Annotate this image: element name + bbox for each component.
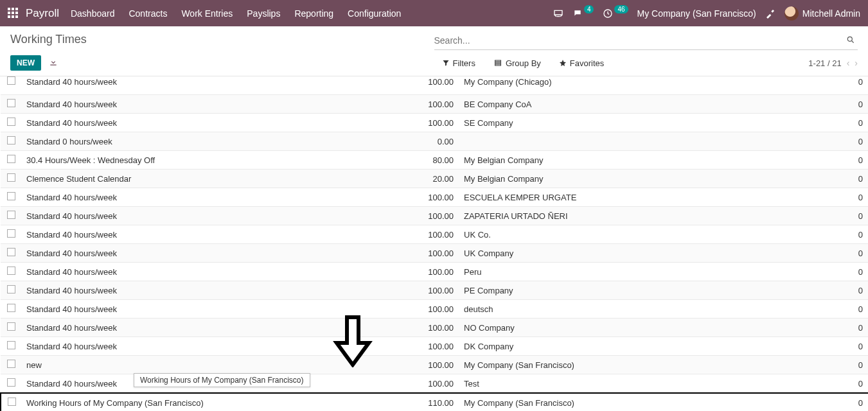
cell-hours: 100.00	[420, 319, 459, 337]
menu-dashboard[interactable]: Dashboard	[71, 8, 115, 19]
cell-hours: 100.00	[420, 76, 459, 91]
table-row[interactable]: Standard 0 hours/week0.000	[1, 132, 868, 151]
row-checkbox[interactable]	[7, 136, 15, 144]
clock-icon[interactable]: 46	[603, 8, 628, 19]
table-row[interactable]: Standard 40 hours/week100.00BE Company C…	[1, 95, 868, 114]
cell-name: Standard 40 hours/week	[21, 300, 420, 319]
cell-name: Standard 40 hours/week	[21, 188, 420, 207]
wrench-icon[interactable]	[765, 8, 775, 19]
cell-hours: 100.00	[420, 374, 459, 394]
table-row[interactable]: Standard 40 hours/week100.00NO Company0	[1, 319, 868, 337]
cell-name: 30.4 Hours/Week : Wednesday Off	[21, 151, 420, 170]
menu-payslips[interactable]: Payslips	[247, 8, 280, 19]
filters-label: Filters	[453, 58, 475, 68]
table-row[interactable]: Standard 40 hours/week100.00SE Company0	[1, 114, 868, 132]
svg-rect-2	[495, 60, 500, 62]
cell-company: NO Company	[459, 319, 842, 337]
cell-count: 0	[842, 244, 868, 263]
row-checkbox[interactable]	[7, 99, 15, 107]
user-menu[interactable]: Mitchell Admin	[784, 6, 860, 21]
cell-name: Standard 40 hours/week	[21, 319, 420, 337]
chat-icon[interactable]: 4	[572, 9, 594, 18]
groupby-button[interactable]: Group By	[493, 58, 541, 68]
cell-name: Standard 40 hours/week	[21, 95, 420, 114]
row-checkbox[interactable]	[7, 378, 15, 387]
search-icon[interactable]	[844, 35, 858, 46]
cell-company: My Company (San Francisco)	[459, 393, 842, 411]
cell-name: Standard 40 hours/week	[21, 225, 420, 244]
table-row[interactable]: Standard 40 hours/week100.00My Company (…	[1, 76, 868, 91]
cell-count: 0	[842, 225, 868, 244]
menu-reporting[interactable]: Reporting	[294, 8, 333, 19]
cell-company: My Company (Chicago)	[459, 76, 842, 91]
apps-icon[interactable]	[8, 8, 19, 19]
cell-name: Standard 40 hours/week	[21, 244, 420, 263]
cell-count: 0	[842, 188, 868, 207]
download-icon[interactable]	[49, 58, 58, 69]
brand[interactable]: Payroll	[26, 7, 59, 20]
groupby-label: Group By	[506, 58, 541, 68]
cell-company: ZAPATERIA URTADO ÑERI	[459, 207, 842, 225]
menu-configuration[interactable]: Configuration	[348, 8, 401, 19]
cell-company: UK Co.	[459, 225, 842, 244]
cell-name: Working Hours of My Company (San Francis…	[21, 393, 420, 411]
row-checkbox[interactable]	[7, 229, 15, 238]
row-checkbox[interactable]	[7, 304, 15, 312]
row-checkbox[interactable]	[7, 192, 15, 200]
table-row[interactable]: Working Hours of My Company (San Francis…	[1, 393, 868, 411]
menu-work-entries[interactable]: Work Entries	[181, 8, 233, 19]
cell-count: 0	[842, 319, 868, 337]
menu-contracts[interactable]: Contracts	[128, 8, 167, 19]
table-row[interactable]: new100.00My Company (San Francisco)0	[1, 356, 868, 374]
cell-count: 0	[842, 170, 868, 188]
table-row[interactable]: Standard 40 hours/week100.00Peru0	[1, 263, 868, 281]
table-row[interactable]: Standard 40 hours/week100.00ESCUELA KEMP…	[1, 188, 868, 207]
tooltip: Working Hours of My Company (San Francis…	[134, 373, 310, 387]
cell-hours: 100.00	[420, 356, 459, 374]
row-checkbox[interactable]	[7, 322, 15, 331]
pager-next-icon[interactable]: ›	[855, 58, 858, 68]
table-row[interactable]: 30.4 Hours/Week : Wednesday Off80.00My B…	[1, 151, 868, 170]
pager-prev-icon[interactable]: ‹	[847, 58, 850, 68]
search-input[interactable]	[434, 33, 844, 48]
table-row[interactable]: Clemence Student Calendar20.00My Belgian…	[1, 170, 868, 188]
cell-hours: 100.00	[420, 263, 459, 281]
row-checkbox[interactable]	[7, 360, 15, 368]
cell-hours: 100.00	[420, 281, 459, 300]
cell-name: Standard 40 hours/week	[21, 76, 420, 91]
search-wrap	[434, 33, 858, 50]
cell-hours: 100.00	[420, 337, 459, 356]
row-checkbox[interactable]	[7, 285, 15, 293]
table-row[interactable]: Standard 40 hours/week100.00PE Company0	[1, 281, 868, 300]
favorites-button[interactable]: Favorites	[559, 58, 604, 68]
table-row[interactable]: Standard 40 hours/week100.00UK Co.0	[1, 225, 868, 244]
filters-button[interactable]: Filters	[442, 58, 475, 68]
cell-hours: 20.00	[420, 170, 459, 188]
table-row[interactable]: Standard 40 hours/week100.00UK Company0	[1, 244, 868, 263]
table-row[interactable]: Standard 40 hours/week100.00DK Company0	[1, 337, 868, 356]
row-checkbox[interactable]	[8, 398, 16, 406]
company-switcher[interactable]: My Company (San Francisco)	[637, 8, 756, 19]
phone-icon[interactable]	[553, 9, 563, 18]
new-button[interactable]: NEW	[10, 55, 41, 71]
row-checkbox[interactable]	[7, 211, 15, 219]
row-checkbox[interactable]	[7, 341, 15, 349]
row-checkbox[interactable]	[7, 248, 15, 256]
navbar: Payroll Dashboard Contracts Work Entries…	[0, 0, 868, 26]
cell-count: 0	[842, 151, 868, 170]
row-checkbox[interactable]	[7, 155, 15, 163]
row-checkbox[interactable]	[7, 76, 15, 85]
cell-count: 0	[842, 263, 868, 281]
row-checkbox[interactable]	[7, 267, 15, 275]
user-name: Mitchell Admin	[802, 8, 860, 19]
row-checkbox[interactable]	[7, 118, 15, 126]
cell-company: DK Company	[459, 337, 842, 356]
list-scroll-area[interactable]: Standard 40 hours/week100.00My Company (…	[0, 76, 868, 411]
row-checkbox[interactable]	[7, 173, 15, 182]
table-row[interactable]: Standard 40 hours/week100.00ZAPATERIA UR…	[1, 207, 868, 225]
cell-company: Peru	[459, 263, 842, 281]
cell-hours: 80.00	[420, 151, 459, 170]
cell-hours: 100.00	[420, 225, 459, 244]
table-row[interactable]: Standard 40 hours/week100.00Test0	[1, 374, 868, 394]
table-row[interactable]: Standard 40 hours/week100.00deutsch0	[1, 300, 868, 319]
